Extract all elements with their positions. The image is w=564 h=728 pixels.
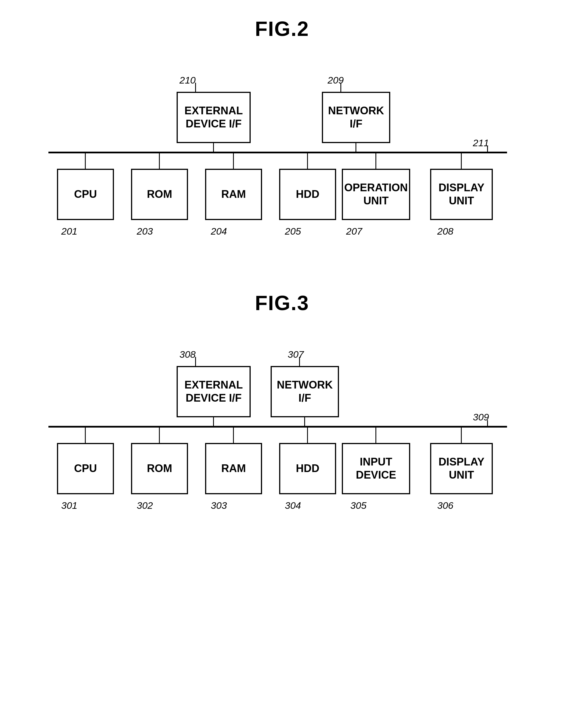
fig3-ram-up xyxy=(233,428,234,444)
fig3-cpu-ref: 301 xyxy=(61,500,78,511)
fig3-hdd-ref: 304 xyxy=(285,500,301,511)
fig2-ext-if-box: EXTERNALDEVICE I/F xyxy=(177,92,251,143)
fig3-disp-up xyxy=(461,428,462,444)
fig2-net-if-box: NETWORKI/F xyxy=(322,92,390,143)
fig3-ext-if-ref-line xyxy=(195,357,196,367)
fig2-ext-if-ref-line xyxy=(195,83,196,93)
fig3-ram-ref: 303 xyxy=(211,500,227,511)
fig3-bus-ref: 309 xyxy=(473,412,489,423)
fig2-disp-ref: 208 xyxy=(437,226,453,237)
fig3-input-box: INPUTDEVICE xyxy=(342,443,410,494)
fig3-ext-if-down xyxy=(213,417,214,427)
fig3-ext-if-box: EXTERNALDEVICE I/F xyxy=(177,366,251,417)
fig2-hdd-box: HDD xyxy=(279,169,336,220)
fig2-ext-if-ref: 210 xyxy=(180,75,196,86)
fig2-rom-box: ROM xyxy=(131,169,188,220)
fig3-net-if-box: NETWORKI/F xyxy=(271,366,339,417)
fig3-net-if-ref: 307 xyxy=(288,349,304,360)
fig3-rom-box: ROM xyxy=(131,443,188,494)
fig2-ram-box: RAM xyxy=(205,169,262,220)
fig2-op-box: OPERATIONUNIT xyxy=(342,169,410,220)
fig2-container: 211 EXTERNALDEVICE I/F 210 NETWORKI/F 20… xyxy=(40,58,524,257)
fig2-bus-ref: 211 xyxy=(473,137,489,149)
fig3-bus xyxy=(48,426,507,428)
fig3-input-up xyxy=(375,428,376,444)
fig3-rom-ref: 302 xyxy=(137,500,153,511)
fig2-rom-up xyxy=(159,153,160,170)
fig3-container: 309 EXTERNALDEVICE I/F 308 NETWORKI/F 30… xyxy=(40,332,524,531)
fig2-net-if-ref: 209 xyxy=(327,75,344,86)
fig2-op-up xyxy=(375,153,376,170)
fig2-ext-if-down xyxy=(213,143,214,153)
fig3-title: FIG.3 xyxy=(255,291,309,315)
fig3-diagram: 309 EXTERNALDEVICE I/F 308 NETWORKI/F 30… xyxy=(40,332,524,531)
fig2-op-ref: 207 xyxy=(346,226,362,237)
fig2-bus-ref-line xyxy=(487,146,488,153)
fig3-disp-box: DISPLAYUNIT xyxy=(430,443,493,494)
fig2-cpu-up xyxy=(85,153,86,170)
fig3-cpu-box: CPU xyxy=(57,443,114,494)
fig3-ext-if-ref: 308 xyxy=(180,349,196,360)
fig3-cpu-up xyxy=(85,428,86,444)
fig2-ram-up xyxy=(233,153,234,170)
fig3-bus-ref-line xyxy=(487,420,488,427)
fig2-net-if-down xyxy=(355,143,356,153)
fig3-ram-box: RAM xyxy=(205,443,262,494)
fig2-rom-ref: 203 xyxy=(137,226,153,237)
fig3-net-if-down xyxy=(304,417,305,427)
fig2-disp-box: DISPLAYUNIT xyxy=(430,169,493,220)
fig3-input-ref: 305 xyxy=(350,500,366,511)
fig2-bus xyxy=(48,152,507,153)
fig3-disp-ref: 306 xyxy=(437,500,453,511)
fig2-hdd-ref: 205 xyxy=(285,226,301,237)
fig3-rom-up xyxy=(159,428,160,444)
fig2-title: FIG.2 xyxy=(255,17,309,40)
fig2-cpu-box: CPU xyxy=(57,169,114,220)
fig2-disp-up xyxy=(461,153,462,170)
fig3-hdd-up xyxy=(307,428,308,444)
fig2-cpu-ref: 201 xyxy=(61,226,78,237)
fig3-hdd-box: HDD xyxy=(279,443,336,494)
fig2-net-if-ref-line xyxy=(340,83,341,93)
fig2-ram-ref: 204 xyxy=(211,226,227,237)
fig3-net-if-ref-line xyxy=(299,357,300,367)
fig2-diagram: 211 EXTERNALDEVICE I/F 210 NETWORKI/F 20… xyxy=(40,58,524,257)
fig2-hdd-up xyxy=(307,153,308,170)
